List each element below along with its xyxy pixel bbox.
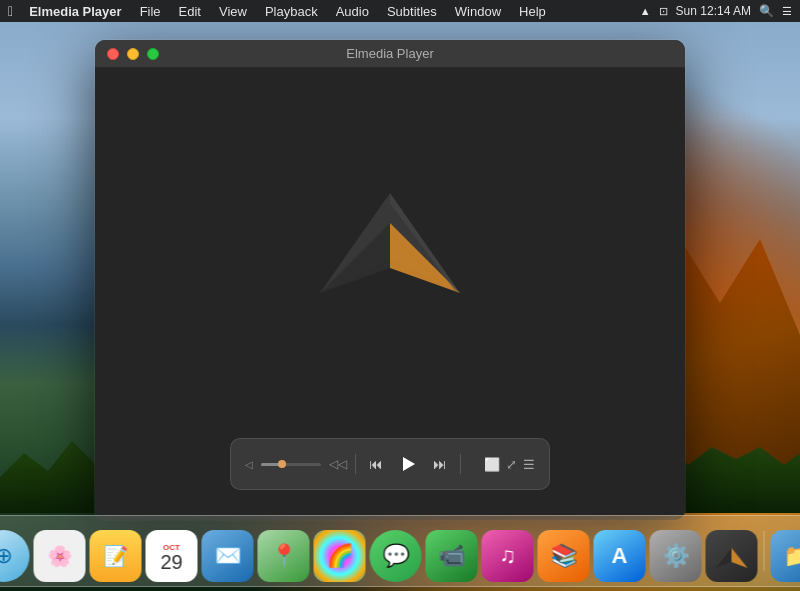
dock-elmedia[interactable] [706,530,758,582]
window-maximize-button[interactable] [147,48,159,60]
window-minimize-button[interactable] [127,48,139,60]
app-window: Elmedia Player ◁ ◁◁ [95,40,685,520]
dock-facetime[interactable]: 📹 [426,530,478,582]
search-icon[interactable]: 🔍 [759,4,774,18]
window-titlebar: Elmedia Player [95,40,685,68]
safari-icon: ⊕ [0,543,13,569]
window-close-button[interactable] [107,48,119,60]
menubar-app-name[interactable]: Elmedia Player [21,2,130,21]
logo-container [95,68,685,438]
divider-2 [460,454,461,474]
volume-slider-fill [261,463,279,466]
notes-icon: 📝 [103,544,128,568]
window-controls [107,48,159,60]
pip-icon[interactable]: ⬜ [484,457,500,472]
dock: 😊 🚀 ⊕ 🌸 📝 OCT 29 ✉️ 📍 🌈 💬 📹 ♫ 📚 [0,515,800,587]
battery-icon: ⊡ [659,5,668,18]
menubar-window[interactable]: Window [447,2,509,21]
dock-ibooks[interactable]: 📚 [538,530,590,582]
menubar-subtitles[interactable]: Subtitles [379,2,445,21]
volume-high-icon: ◁◁ [329,457,347,471]
playlist-icon[interactable]: ☰ [523,457,535,472]
dock-notes[interactable]: 📝 [90,530,142,582]
fullscreen-icon[interactable]: ⤢ [506,457,517,472]
facetime-icon: 📹 [438,543,465,569]
mail-icon: ✉️ [214,543,241,569]
divider-1 [355,454,356,474]
itunes-icon: ♫ [499,543,516,569]
dock-photos[interactable]: 🌸 [34,530,86,582]
menubar-right: ▲ ⊡ Sun 12:14 AM 🔍 ☰ [640,4,792,18]
calendar-date: 29 [160,552,182,572]
window-content: ◁ ◁◁ ⏮ ⏭ ⬜ ⤢ ☰ [95,68,685,520]
messages-icon: 💬 [382,543,409,569]
menubar-audio[interactable]: Audio [328,2,377,21]
dock-messages[interactable]: 💬 [370,530,422,582]
apple-menu-icon[interactable]:  [8,3,13,19]
dock-iphoto[interactable]: 🌈 [314,530,366,582]
prev-button[interactable]: ⏮ [364,452,388,476]
elmedia-logo [310,183,470,323]
menubar-file[interactable]: File [132,2,169,21]
elmedia-dock-icon [714,540,750,572]
iphoto-icon: 🌈 [326,543,353,569]
appstore-icon: A [612,543,628,569]
dock-separator [764,531,765,571]
maps-icon: 📍 [270,543,297,569]
menubar-items: Elmedia Player File Edit View Playback A… [21,2,640,21]
notification-icon[interactable]: ☰ [782,5,792,18]
menubar-help[interactable]: Help [511,2,554,21]
ibooks-icon: 📚 [550,543,577,569]
svg-marker-4 [403,457,415,471]
menubar-edit[interactable]: Edit [171,2,209,21]
controls-bar: ◁ ◁◁ ⏮ ⏭ ⬜ ⤢ ☰ [230,438,550,490]
menubar-view[interactable]: View [211,2,255,21]
menubar:  Elmedia Player File Edit View Playback… [0,0,800,22]
play-button[interactable] [396,452,420,476]
menubar-playback[interactable]: Playback [257,2,326,21]
volume-low-icon: ◁ [245,459,253,470]
dock-maps[interactable]: 📍 [258,530,310,582]
next-button[interactable]: ⏭ [428,452,452,476]
dock-mail[interactable]: ✉️ [202,530,254,582]
dock-itunes[interactable]: ♫ [482,530,534,582]
dock-folder[interactable]: 📁 [771,530,801,582]
volume-knob [278,460,286,468]
volume-slider[interactable] [261,463,321,466]
window-title: Elmedia Player [346,46,433,61]
right-icons: ⬜ ⤢ ☰ [484,457,535,472]
systemprefs-icon: ⚙️ [662,543,689,569]
dock-systemprefs[interactable]: ⚙️ [650,530,702,582]
folder-icon: 📁 [783,543,800,569]
dock-safari[interactable]: ⊕ [0,530,30,582]
dock-appstore[interactable]: A [594,530,646,582]
dock-calendar[interactable]: OCT 29 [146,530,198,582]
photos-icon: 🌸 [47,544,72,568]
svg-marker-2 [320,223,390,293]
wifi-icon: ▲ [640,5,651,17]
menubar-time: Sun 12:14 AM [676,4,751,18]
